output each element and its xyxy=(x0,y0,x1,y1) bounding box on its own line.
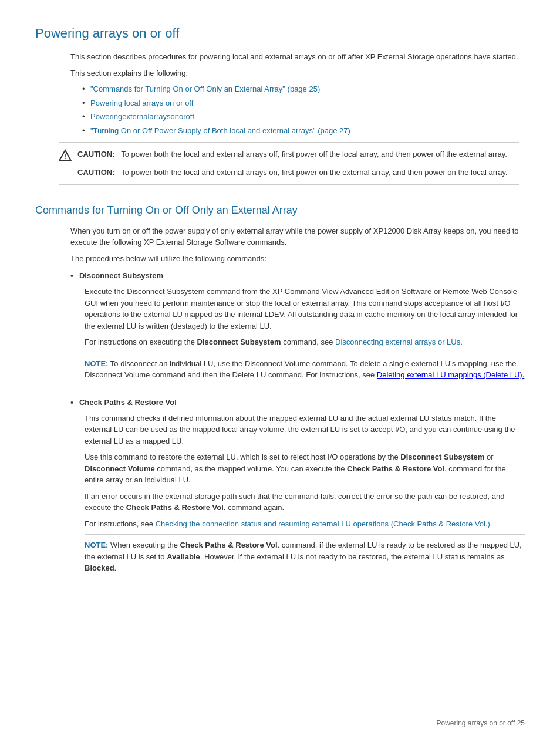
cmd2-disconnect-subsystem: Disconnect Subsystem xyxy=(400,453,484,461)
section1-links-list: "Commands for Turning On or Off Only an … xyxy=(82,83,525,136)
caution-row-1: ! CAUTION: To power both the local and e… xyxy=(59,148,519,162)
cmd2-check-paths-1: Check Paths & Restore Vol xyxy=(347,464,444,473)
caution2-body: To power both the local and external arr… xyxy=(121,168,508,177)
cmd1-body2-bold: Disconnect Subsystem xyxy=(197,337,281,346)
caution-block: ! CAUTION: To power both the local and e… xyxy=(59,142,519,185)
cmd2-note-blocked: Blocked xyxy=(85,563,114,572)
cmd2-body2: Use this command to restore the external… xyxy=(85,451,525,486)
list-item: Powering local arrays on or off xyxy=(82,97,525,109)
cmd1-note-label: NOTE: xyxy=(85,359,108,368)
cmd2-body1: This command checks if defined informati… xyxy=(85,413,525,447)
cmd2-body3: If an error occurs in the external stora… xyxy=(85,491,525,514)
cmd1-note: NOTE: To disconnect an individual LU, us… xyxy=(85,353,525,386)
cmd2-body4-prefix: For instructions, see xyxy=(85,519,156,528)
link-powering-local[interactable]: Powering local arrays on or off xyxy=(90,99,193,107)
list-item: "Commands for Turning On or Off Only an … xyxy=(82,83,525,95)
caution-icon-1: ! xyxy=(59,149,72,162)
cmd1-header: • Disconnect Subsystem xyxy=(70,270,525,282)
cmd2-note-check: Check Paths & Restore Vol xyxy=(180,541,278,549)
section2-body: When you turn on or off the power supply… xyxy=(70,225,525,579)
cmd2-link-checking[interactable]: Checking the connection status and resum… xyxy=(156,519,492,528)
section2-title: Commands for Turning On or Off Only an E… xyxy=(35,202,525,218)
cmd2-title: Check Paths & Restore Vol xyxy=(79,397,177,409)
svg-text:!: ! xyxy=(64,153,66,161)
cmd2-note: NOTE: When executing the Check Paths & R… xyxy=(85,534,525,579)
link-commands-external[interactable]: "Commands for Turning On or Off Only an … xyxy=(90,85,320,93)
caution1-text: CAUTION: To power both the local and ext… xyxy=(77,148,507,160)
cmd1-bullet: • xyxy=(70,270,73,282)
link-powering-external[interactable]: Poweringexternalarraysonoroff xyxy=(90,112,194,121)
cmd1-note-link[interactable]: Deleting external LU mappings (Delete LU… xyxy=(377,370,524,379)
cmd1-body2-mid: command, see xyxy=(281,337,336,346)
caution2-label: CAUTION: xyxy=(77,168,115,177)
cmd2-header: • Check Paths & Restore Vol xyxy=(70,397,525,409)
caution1-body: To power both the local and external arr… xyxy=(121,150,507,158)
section1-title: Powering arrays on or off xyxy=(35,23,525,43)
cmd2-disconnect-volume: Disconnect Volume xyxy=(85,464,155,473)
cmd1-link-disconnecting[interactable]: Disconnecting external arrays or LUs xyxy=(335,337,460,346)
section2-intro2: The procedures below will utilize the fo… xyxy=(70,253,525,265)
cmd2-note-text1: When executing the Check Paths & Restore… xyxy=(85,541,522,572)
list-item: "Turning On or Off Power Supply of Both … xyxy=(82,125,525,137)
cmd1-body2: For instructions on executing the Discon… xyxy=(85,336,525,348)
link-turning-both[interactable]: "Turning On or Off Power Supply of Both … xyxy=(90,126,350,135)
section1-intro2: This section explains the following: xyxy=(70,67,525,79)
cmd1-body2-suffix: . xyxy=(460,337,463,346)
cmd2-item: • Check Paths & Restore Vol This command… xyxy=(70,397,525,579)
cmd1-body1: Execute the Disconnect Subsystem command… xyxy=(85,286,525,332)
section2-intro1: When you turn on or off the power supply… xyxy=(70,225,525,248)
cmd2-bullet: • xyxy=(70,397,73,409)
caution-row-2: CAUTION: To power both the local and ext… xyxy=(59,167,519,178)
cmd2-body4: For instructions, see Checking the conne… xyxy=(85,518,525,530)
caution2-text: CAUTION: To power both the local and ext… xyxy=(77,167,508,178)
cmd2-note-label: NOTE: xyxy=(85,541,108,549)
section1-intro1: This section describes procedures for po… xyxy=(70,51,525,63)
cmd1-body2-prefix: For instructions on executing the xyxy=(85,337,197,346)
footer-text: Powering arrays on or off 25 xyxy=(436,718,525,728)
caution1-label: CAUTION: xyxy=(77,150,115,158)
cmd1-title: Disconnect Subsystem xyxy=(79,270,163,282)
page-footer: Powering arrays on or off 25 xyxy=(0,718,560,728)
cmd1-item: • Disconnect Subsystem Execute the Disco… xyxy=(70,270,525,386)
cmd2-note-available: Available xyxy=(167,552,200,561)
list-item: Poweringexternalarraysonoroff xyxy=(82,111,525,123)
cmd2-check-paths-2: Check Paths & Restore Vol xyxy=(126,503,224,512)
